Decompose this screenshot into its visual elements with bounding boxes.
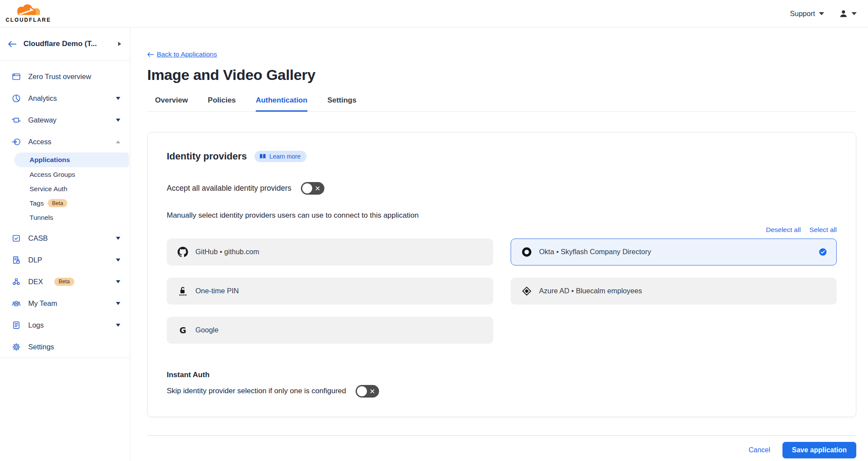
sidebar-item-casb[interactable]: CASB bbox=[0, 227, 130, 249]
document-lock-icon bbox=[12, 255, 21, 265]
main-content: Back to Applications Image and Video Gal… bbox=[131, 27, 868, 461]
account-name: Cloudflare Demo (T... bbox=[23, 40, 111, 48]
sidebar-item-label: Logs bbox=[28, 321, 44, 329]
sidebar-item-analytics[interactable]: Analytics bbox=[0, 87, 130, 109]
sidebar-item-logs[interactable]: Logs bbox=[0, 314, 130, 336]
sidebar-item-access-groups[interactable]: Access Groups bbox=[0, 167, 130, 182]
footer-divider bbox=[147, 435, 856, 436]
back-arrow-icon bbox=[147, 52, 154, 57]
learn-more-label: Learn more bbox=[270, 153, 301, 160]
user-menu[interactable] bbox=[839, 9, 857, 18]
sidebar-subitem-label: Tags bbox=[30, 199, 44, 207]
sidebar-item-gateway[interactable]: Gateway bbox=[0, 109, 130, 131]
skip-toggle-label: Skip identity provider selection if only… bbox=[167, 387, 346, 395]
access-login-icon bbox=[12, 137, 21, 146]
browser-window-icon bbox=[12, 72, 21, 81]
log-document-icon bbox=[12, 321, 21, 330]
provider-grid: GitHub • github.com Okta • Skyflash Comp… bbox=[167, 239, 837, 344]
sidebar-item-settings[interactable]: Settings bbox=[0, 336, 130, 358]
beta-badge: Beta bbox=[54, 278, 74, 286]
provider-tile-google[interactable]: G Google bbox=[167, 317, 493, 344]
provider-tile-one-time-pin[interactable]: One-time PIN bbox=[167, 278, 493, 305]
sidebar-item-label: Settings bbox=[28, 343, 54, 351]
sidebar-subitem-label: Applications bbox=[30, 156, 70, 164]
azure-ad-icon bbox=[521, 286, 532, 296]
okta-icon bbox=[521, 247, 532, 257]
cloudflare-wordmark: CLOUDFLARE bbox=[6, 17, 51, 23]
sidebar: Cloudflare Demo (T... Zero Trust overvie… bbox=[0, 27, 130, 461]
sidebar-item-label: My Team bbox=[28, 299, 57, 308]
sidebar-item-tags[interactable]: Tags Beta bbox=[0, 196, 130, 210]
back-to-applications-link[interactable]: Back to Applications bbox=[147, 50, 217, 58]
identity-providers-card: Identity providers Learn more Accept all… bbox=[147, 132, 856, 417]
chevron-down-icon bbox=[819, 12, 824, 15]
manual-select-text: Manually select identity providers users… bbox=[167, 211, 837, 220]
sidebar-item-access[interactable]: Access bbox=[0, 131, 130, 153]
instant-auth-toggle[interactable] bbox=[356, 385, 379, 398]
user-avatar-icon bbox=[839, 9, 848, 18]
toggle-off-x-icon bbox=[370, 389, 375, 394]
account-switcher[interactable]: Cloudflare Demo (T... bbox=[0, 27, 130, 61]
support-menu[interactable]: Support bbox=[790, 10, 824, 18]
footer-actions: Cancel Save application bbox=[147, 442, 856, 458]
top-bar: CLOUDFLARE Support bbox=[0, 0, 868, 27]
gear-icon bbox=[12, 342, 21, 352]
provider-name: One-time PIN bbox=[195, 287, 239, 295]
tab-policies[interactable]: Policies bbox=[208, 96, 236, 112]
sidebar-item-applications[interactable]: Applications bbox=[14, 153, 129, 167]
learn-more-badge[interactable]: Learn more bbox=[254, 151, 307, 162]
provider-name: Azure AD • Bluecalm employees bbox=[539, 287, 642, 295]
sidebar-subitem-label: Access Groups bbox=[30, 171, 75, 179]
chevron-down-icon bbox=[116, 97, 120, 100]
google-icon: G bbox=[178, 325, 188, 335]
deselect-all-link[interactable]: Deselect all bbox=[766, 226, 801, 234]
accept-all-toggle[interactable] bbox=[301, 182, 324, 195]
sidebar-item-label: DLP bbox=[28, 256, 42, 264]
sidebar-item-dex[interactable]: DEX Beta bbox=[0, 271, 130, 292]
chevron-down-icon bbox=[116, 237, 120, 240]
save-application-button[interactable]: Save application bbox=[782, 442, 856, 458]
sidebar-item-my-team[interactable]: My Team bbox=[0, 292, 130, 314]
sidebar-item-label: Analytics bbox=[28, 94, 57, 103]
beta-badge: Beta bbox=[48, 199, 68, 207]
support-label: Support bbox=[790, 10, 815, 18]
sidebar-item-tunnels[interactable]: Tunnels bbox=[0, 210, 130, 225]
accept-toggle-label: Accept all available identity providers bbox=[167, 184, 291, 193]
tab-bar: Overview Policies Authentication Setting… bbox=[147, 96, 856, 112]
provider-name: Google bbox=[195, 326, 218, 334]
sidebar-item-label: Gateway bbox=[28, 116, 56, 124]
sidebar-item-zero-trust-overview[interactable]: Zero Trust overview bbox=[0, 66, 130, 87]
chevron-down-icon bbox=[116, 259, 120, 262]
sidebar-item-label: CASB bbox=[28, 234, 48, 242]
chevron-down-icon bbox=[116, 324, 120, 327]
select-all-link[interactable]: Select all bbox=[809, 226, 837, 234]
tab-authentication[interactable]: Authentication bbox=[256, 96, 307, 112]
svg-text:G: G bbox=[179, 325, 186, 335]
provider-tile-azure-ad[interactable]: Azure AD • Bluecalm employees bbox=[511, 278, 837, 305]
one-time-pin-icon bbox=[178, 286, 188, 296]
cloudflare-logo[interactable]: CLOUDFLARE bbox=[6, 4, 51, 23]
pie-chart-icon bbox=[12, 94, 21, 103]
cancel-button[interactable]: Cancel bbox=[749, 446, 770, 454]
chevron-down-icon bbox=[851, 12, 857, 15]
instant-auth-heading: Instant Auth bbox=[167, 371, 837, 379]
network-nodes-icon bbox=[12, 277, 21, 286]
sidebar-item-label: Access bbox=[28, 138, 51, 146]
gateway-icon bbox=[12, 116, 21, 125]
provider-tile-github[interactable]: GitHub • github.com bbox=[167, 239, 493, 265]
tab-overview[interactable]: Overview bbox=[155, 96, 188, 112]
card-heading: Identity providers bbox=[167, 151, 247, 162]
provider-tile-okta[interactable]: Okta • Skyflash Company Directory bbox=[511, 239, 837, 265]
sidebar-item-service-auth[interactable]: Service Auth bbox=[0, 182, 130, 196]
sidebar-subitem-label: Service Auth bbox=[30, 185, 67, 193]
chevron-up-icon bbox=[116, 140, 120, 143]
tab-settings[interactable]: Settings bbox=[327, 96, 356, 112]
chevron-right-icon bbox=[118, 42, 121, 46]
toggle-off-x-icon bbox=[315, 186, 320, 191]
sidebar-divider bbox=[0, 358, 130, 358]
selected-check-icon bbox=[819, 248, 827, 256]
github-icon bbox=[178, 247, 188, 257]
sidebar-item-dlp[interactable]: DLP bbox=[0, 249, 130, 271]
sidebar-item-label: Zero Trust overview bbox=[28, 73, 91, 81]
back-link-label: Back to Applications bbox=[157, 50, 217, 58]
